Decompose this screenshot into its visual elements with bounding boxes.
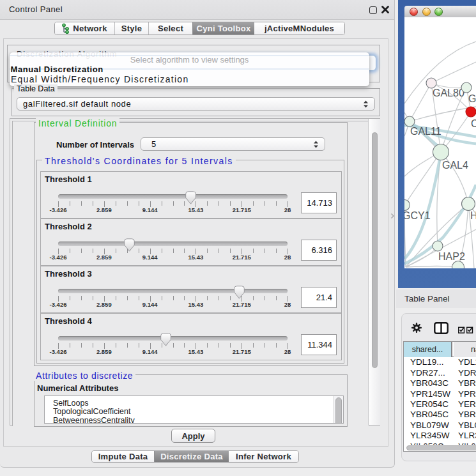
network-node[interactable] (452, 261, 464, 269)
tab-discretize-data[interactable]: Discretize Data (154, 451, 229, 462)
column-header-shared-name[interactable]: shared... (404, 342, 452, 357)
float-window-icon[interactable] (369, 6, 377, 14)
slider-tick (116, 296, 116, 300)
network-node-label: GAL4 (442, 160, 468, 171)
deselect-all-checkbox-icon[interactable] (466, 325, 473, 336)
network-node[interactable] (462, 197, 475, 211)
numerical-attributes-heading: Numerical Attributes (37, 383, 118, 393)
apply-button[interactable]: Apply (171, 429, 215, 443)
table-row[interactable]: YLR345WYLR3 (404, 431, 476, 441)
split-divider-arrow-icon[interactable] (391, 210, 394, 221)
tab-network-label: Network (73, 24, 107, 33)
slider-tick (230, 296, 231, 300)
slider-scale-label: 9.144 (134, 254, 166, 261)
number-of-intervals-combobox[interactable]: 5 (141, 137, 325, 151)
dropdown-option-equal-width[interactable]: Equal Width/Frequency Discretization (11, 74, 188, 84)
slider-scale-label: 9.144 (134, 348, 166, 355)
slider-thumb[interactable] (234, 286, 245, 302)
slider-tick (219, 201, 219, 206)
slider-tick (173, 296, 174, 300)
tab-select-label: Select (158, 24, 183, 33)
tab-jactivemnodules[interactable]: jActiveMNodules (254, 22, 344, 35)
split-table-icon[interactable] (434, 322, 449, 337)
node-table-header: shared... na (404, 342, 476, 357)
close-icon[interactable] (381, 5, 390, 14)
slider-track[interactable] (58, 242, 288, 246)
network-node-label: GAL80 (433, 88, 464, 98)
table-row[interactable]: YDR27...YDR2 (404, 368, 476, 379)
gear-icon[interactable] (411, 323, 422, 335)
close-traffic-light[interactable] (410, 8, 418, 16)
network-view-canvas[interactable]: GAL80GACGAL11GAL4GCY1HHAP2 (404, 17, 476, 268)
attribute-list-item[interactable]: BetweennessCentrality (53, 416, 135, 424)
slider-track[interactable] (58, 289, 288, 293)
slider-tick (127, 201, 128, 206)
cell-shared-name: YER054C (410, 399, 449, 410)
network-edge[interactable] (431, 62, 476, 83)
slider-thumb[interactable] (185, 191, 196, 207)
control-panel-tabbar: Network Style Select Cyni Toolbox jActiv… (54, 22, 345, 35)
threshold-value-field[interactable]: 14.713 (301, 192, 337, 213)
network-node[interactable] (404, 200, 410, 211)
table-data-combobox[interactable]: galFiltered.sif default node (17, 97, 375, 111)
network-edge[interactable] (410, 83, 431, 121)
slider-scale-label: 15.43 (180, 301, 211, 308)
slider-scale-label: 2.859 (88, 348, 120, 355)
attributes-list-scrollbar-thumb[interactable] (335, 397, 342, 424)
network-node[interactable] (466, 107, 476, 117)
table-row[interactable]: YBL079WYBL0 (404, 420, 476, 431)
tab-style-label: Style (121, 24, 142, 33)
network-edge[interactable] (406, 266, 458, 268)
column-header-name[interactable]: na (454, 342, 476, 357)
network-node[interactable] (433, 241, 443, 251)
tab-infer-network[interactable]: Infer Network (229, 451, 298, 462)
tab-impute-data[interactable]: Impute Data (92, 451, 154, 462)
attributes-list-scrollbar[interactable] (334, 396, 343, 423)
slider-tick (139, 201, 139, 206)
slider-scale-label: 2.859 (88, 206, 120, 213)
threshold-panel: Threshold 1-3.4262.8599.14415.4321.71528… (40, 171, 342, 219)
attribute-list-item[interactable]: TopologicalCoefficient (53, 407, 130, 416)
thresholds-group-title: Threshold's Coordinates for 5 Intervals (42, 156, 236, 166)
slider-track[interactable] (58, 194, 288, 199)
slider-thumb[interactable] (124, 238, 135, 254)
tab-style[interactable]: Style (114, 22, 148, 35)
network-node[interactable] (433, 144, 449, 160)
network-node[interactable] (426, 78, 436, 88)
threshold-value-field[interactable]: 11.344 (301, 334, 337, 355)
threshold-value-field[interactable]: 6.316 (301, 240, 337, 261)
settings-scrollbar-thumb[interactable] (372, 132, 378, 368)
slider-track[interactable] (58, 336, 288, 341)
slider-scale-label: 15.43 (180, 206, 211, 213)
slider-scale-label: 9.144 (134, 206, 166, 213)
zoom-traffic-light[interactable] (434, 8, 443, 16)
attribute-list-item[interactable]: SelfLoops (53, 399, 89, 408)
table-horizontal-scrollbar[interactable] (404, 445, 476, 451)
slider-scale-label: 21.715 (226, 348, 257, 355)
control-panel-title: Control Panel (9, 0, 63, 19)
table-horizontal-scrollbar-thumb[interactable] (406, 445, 476, 450)
slider-thumb[interactable] (160, 333, 171, 349)
numerical-attributes-list[interactable]: SelfLoopsTopologicalCoefficientBetweenne… (44, 395, 344, 424)
tab-select[interactable]: Select (148, 22, 192, 35)
minimize-traffic-light[interactable] (422, 8, 431, 16)
dropdown-option-manual-discretization[interactable]: Manual Discretization (11, 65, 104, 74)
slider-tick (276, 201, 277, 206)
table-row[interactable]: YBR043CYBR0 (404, 378, 476, 389)
network-node[interactable] (404, 116, 415, 127)
tab-network[interactable]: Network (55, 22, 114, 35)
threshold-value-field[interactable]: 21.4 (301, 287, 337, 308)
slider-tick (173, 343, 174, 348)
slider-tick (219, 296, 219, 300)
slider-tick (253, 249, 254, 253)
table-row[interactable]: YBR045CYBR0 (404, 410, 476, 420)
slider-scale-label: 28 (272, 301, 303, 308)
select-all-checkbox-icon[interactable] (458, 325, 465, 336)
table-row[interactable]: YPR145WYPR1 (404, 389, 476, 400)
tab-cyni-toolbox[interactable]: Cyni Toolbox (192, 22, 254, 35)
table-row[interactable]: YDL19...YDL1 (404, 357, 476, 368)
slider-scale-label: 28 (272, 254, 303, 261)
network-node[interactable] (461, 82, 472, 93)
slider-tick (81, 296, 82, 300)
table-row[interactable]: YER054CYER0 (404, 399, 476, 410)
